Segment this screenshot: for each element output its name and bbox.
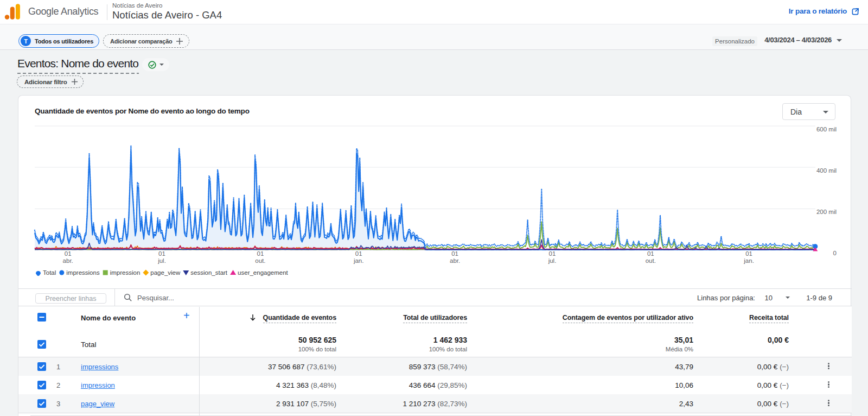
svg-text:01: 01: [257, 250, 264, 257]
svg-text:impression: impression: [110, 269, 141, 276]
svg-text:0: 0: [833, 250, 837, 256]
svg-text:01: 01: [745, 250, 752, 257]
svg-text:impressions: impressions: [66, 269, 100, 276]
svg-text:session_start: session_start: [190, 269, 228, 276]
svg-text:01: 01: [549, 250, 556, 257]
svg-text:jul.: jul.: [548, 257, 557, 264]
svg-text:01: 01: [647, 250, 654, 257]
svg-text:01: 01: [158, 250, 165, 257]
svg-text:01: 01: [355, 250, 362, 257]
svg-text:page_view: page_view: [150, 269, 181, 276]
svg-text:abr.: abr.: [63, 257, 73, 264]
svg-text:jan.: jan.: [353, 257, 364, 264]
svg-text:jul.: jul.: [157, 257, 166, 264]
svg-text:Total: Total: [43, 269, 56, 276]
svg-text:jan.: jan.: [743, 257, 754, 264]
svg-text:400 mil: 400 mil: [816, 167, 837, 174]
svg-text:01: 01: [451, 250, 458, 257]
svg-text:200 mil: 200 mil: [816, 209, 837, 215]
svg-text:out.: out.: [646, 257, 656, 264]
svg-text:01: 01: [65, 250, 72, 257]
svg-text:abr.: abr.: [450, 257, 460, 264]
svg-text:600 mil: 600 mil: [816, 126, 837, 133]
svg-text:user_engagement: user_engagement: [238, 269, 289, 276]
svg-text:out.: out.: [255, 257, 265, 264]
